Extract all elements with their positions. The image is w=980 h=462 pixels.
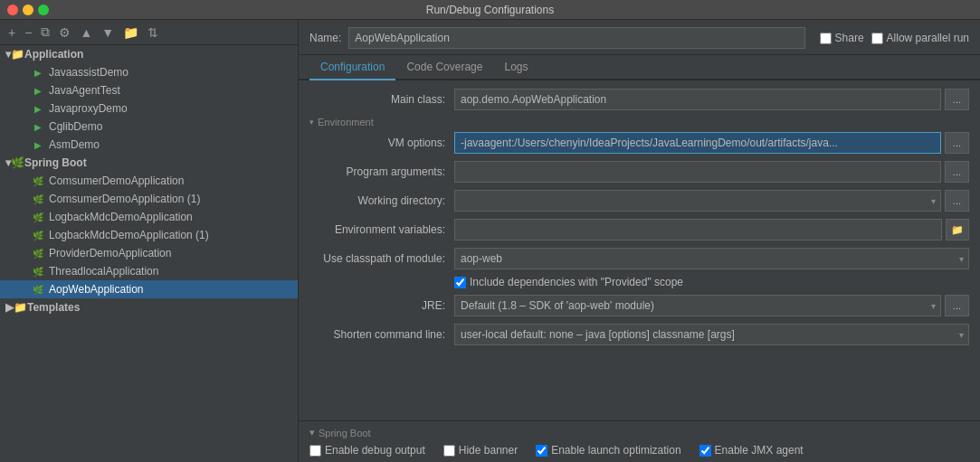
tree-item-JavaAgentTest[interactable]: ▶ JavaAgentTest xyxy=(0,81,298,99)
main-class-input[interactable] xyxy=(454,89,941,110)
working-dir-input[interactable] xyxy=(454,190,941,212)
spring-boot-section-label: Spring Boot xyxy=(24,156,87,169)
classpath-dropdown-wrapper: aop-web ▾ xyxy=(454,248,969,269)
run-icon-cglib: ▶ xyxy=(31,119,45,134)
share-checkbox[interactable] xyxy=(820,33,832,44)
section-spring-boot[interactable]: ▾ 🌿 Spring Boot xyxy=(0,154,298,172)
move-up-button[interactable]: ▲ xyxy=(77,24,95,41)
left-panel: + − ⧉ ⚙ ▲ ▼ 📁 ⇅ ▾ 📁 Application ▶ Javaas… xyxy=(0,20,299,462)
vm-options-field: ... xyxy=(454,132,969,154)
templates-folder-icon: 📁 xyxy=(14,301,27,314)
tab-logs[interactable]: Logs xyxy=(493,55,538,80)
label-ComsumerDemo: ComsumerDemoApplication xyxy=(49,174,184,187)
spring-boot-header-label: Spring Boot xyxy=(319,428,370,438)
program-args-label: Program arguments: xyxy=(309,165,454,178)
move-down-button[interactable]: ▼ xyxy=(99,24,117,41)
classpath-select[interactable]: aop-web xyxy=(454,248,969,269)
jre-browse[interactable]: ... xyxy=(945,295,969,316)
label-ProviderDemo: ProviderDemoApplication xyxy=(49,247,171,259)
right-panel: Name: Share Allow parallel run Configura… xyxy=(299,20,980,462)
name-input[interactable] xyxy=(348,27,804,49)
hide-banner-checkbox[interactable] xyxy=(443,445,455,457)
run-icon-javaagent: ▶ xyxy=(31,83,45,98)
share-label[interactable]: Share xyxy=(820,32,864,44)
sort-button[interactable]: ⇅ xyxy=(145,24,161,41)
include-deps-label[interactable]: Include dependencies with "Provided" sco… xyxy=(454,276,969,288)
vm-options-input[interactable] xyxy=(454,132,941,154)
main-class-field: ... xyxy=(454,89,969,110)
tree-item-ProviderDemo[interactable]: 🌿 ProviderDemoApplication xyxy=(0,244,298,262)
shorten-label: Shorten command line: xyxy=(309,328,454,341)
tree-item-Threadlocal[interactable]: 🌿 ThreadlocalApplication xyxy=(0,262,298,280)
label-JavaproxyDemo: JavaproxyDemo xyxy=(49,102,128,115)
label-Threadlocal: ThreadlocalApplication xyxy=(49,265,158,278)
shorten-field: user-local default: none – java [options… xyxy=(454,324,969,345)
label-LogbackMdc1: LogbackMdcDemoApplication (1) xyxy=(49,229,209,241)
spring-icon-threadlocal: 🌿 xyxy=(31,264,45,278)
main-class-label: Main class: xyxy=(309,93,454,106)
spring-boot-folder-icon: 🌿 xyxy=(11,156,24,169)
env-vars-field: 📁 xyxy=(454,219,969,240)
tree-item-ComsumerDemoApplication[interactable]: 🌿 ComsumerDemoApplication xyxy=(0,172,298,190)
add-folder-button[interactable]: 📁 xyxy=(120,24,141,41)
spring-icon-provider: 🌿 xyxy=(31,246,45,260)
enable-launch-checkbox[interactable] xyxy=(536,445,547,457)
spring-icon-comsumer1: 🌿 xyxy=(31,192,45,206)
section-templates[interactable]: ▶ 📁 Templates xyxy=(0,298,298,316)
enable-launch-label[interactable]: Enable launch optimization xyxy=(536,444,680,457)
tree-item-AsmDemo[interactable]: ▶ AsmDemo xyxy=(0,136,298,154)
remove-config-button[interactable]: − xyxy=(22,24,34,41)
enable-debug-checkbox[interactable] xyxy=(309,445,321,457)
spring-icon-logback: 🌿 xyxy=(31,210,45,224)
name-actions: Share Allow parallel run xyxy=(820,32,969,44)
section-application[interactable]: ▾ 📁 Application xyxy=(0,45,298,63)
settings-button[interactable]: ⚙ xyxy=(56,24,73,41)
label-CglibDemo: CglibDemo xyxy=(49,120,102,133)
env-vars-label: Environment variables: xyxy=(309,223,454,236)
left-toolbar: + − ⧉ ⚙ ▲ ▼ 📁 ⇅ xyxy=(0,20,298,45)
tree-item-AopWebApplication[interactable]: 🌿 AopWebApplication xyxy=(0,280,298,298)
name-row: Name: Share Allow parallel run xyxy=(299,20,980,55)
enable-jmx-label[interactable]: Enable JMX agent xyxy=(699,444,804,457)
program-args-input[interactable] xyxy=(454,161,941,183)
allow-parallel-checkbox[interactable] xyxy=(871,33,883,44)
tree-item-JavaassistDemo[interactable]: ▶ JavaassistDemo xyxy=(0,63,298,81)
jre-select[interactable]: Default (1.8 – SDK of 'aop-web' module) xyxy=(454,295,941,316)
copy-config-button[interactable]: ⧉ xyxy=(38,24,52,41)
label-JavaassistDemo: JavaassistDemo xyxy=(49,66,128,79)
env-vars-input[interactable] xyxy=(454,219,942,240)
include-deps-checkbox[interactable] xyxy=(454,277,466,288)
tree-item-JavaproxyDemo[interactable]: ▶ JavaproxyDemo xyxy=(0,99,298,118)
jre-label: JRE: xyxy=(309,299,454,312)
main-class-browse[interactable]: ... xyxy=(945,89,969,110)
spring-boot-header: ▾ Spring Boot xyxy=(309,427,969,438)
env-arrow: ▾ xyxy=(309,118,314,127)
tree-item-LogbackMdc[interactable]: 🌿 LogbackMdcDemoApplication xyxy=(0,208,298,226)
add-config-button[interactable]: + xyxy=(5,24,18,41)
working-dir-row: Working directory: ▾ ... xyxy=(309,189,969,212)
program-args-browse[interactable]: ... xyxy=(945,161,969,183)
label-AopWebApplication: AopWebApplication xyxy=(49,283,144,296)
env-vars-folder[interactable]: 📁 xyxy=(946,219,969,240)
working-dir-label: Working directory: xyxy=(309,194,454,207)
tree-item-CglibDemo[interactable]: ▶ CglibDemo xyxy=(0,118,298,136)
enable-debug-label[interactable]: Enable debug output xyxy=(309,444,425,457)
vm-options-browse[interactable]: ... xyxy=(945,132,969,154)
maximize-button[interactable] xyxy=(38,5,49,15)
form-content: Main class: ... ▾ Environment VM options… xyxy=(299,80,980,420)
tree-item-LogbackMdc1[interactable]: 🌿 LogbackMdcDemoApplication (1) xyxy=(0,226,298,244)
tab-code-coverage[interactable]: Code Coverage xyxy=(395,55,493,80)
tab-configuration[interactable]: Configuration xyxy=(309,55,395,80)
close-button[interactable] xyxy=(7,5,18,15)
run-icon-javaproxy: ▶ xyxy=(31,101,45,116)
main-class-row: Main class: ... xyxy=(309,88,969,111)
config-tree: ▾ 📁 Application ▶ JavaassistDemo ▶ JavaA… xyxy=(0,45,298,462)
enable-jmx-checkbox[interactable] xyxy=(699,445,711,457)
shorten-select[interactable]: user-local default: none – java [options… xyxy=(454,324,969,345)
share-text: Share xyxy=(835,32,864,44)
minimize-button[interactable] xyxy=(23,5,33,15)
tree-item-ComsumerDemoApplication1[interactable]: 🌿 ComsumerDemoApplication (1) xyxy=(0,190,298,208)
working-dir-browse[interactable]: ... xyxy=(945,190,969,212)
hide-banner-label[interactable]: Hide banner xyxy=(443,444,518,457)
allow-parallel-label[interactable]: Allow parallel run xyxy=(871,32,969,44)
